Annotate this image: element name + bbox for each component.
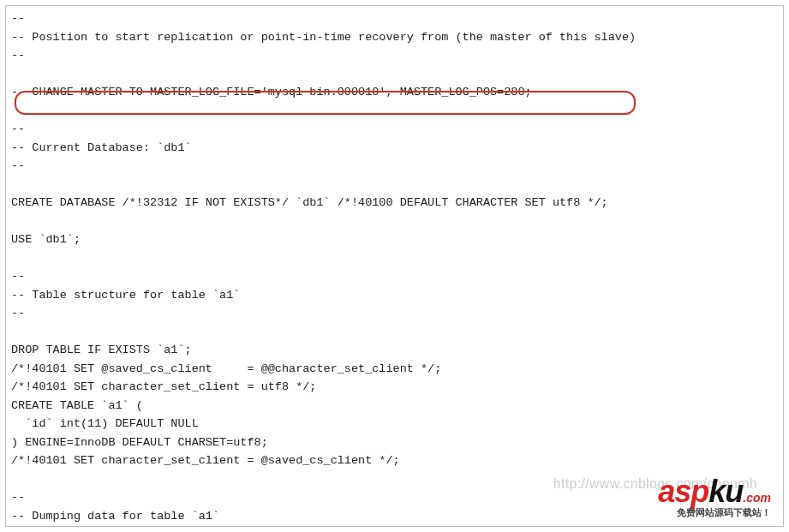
code-line: -- <box>11 491 25 504</box>
code-line: -- <box>11 49 25 62</box>
code-line: /*!40101 SET character_set_client = utf8… <box>11 380 316 393</box>
code-line: -- <box>11 307 25 320</box>
code-line: CREATE DATABASE /*!32312 IF NOT EXISTS*/… <box>11 196 608 209</box>
code-line: -- <box>11 159 25 172</box>
code-line: -- Position to start replication or poin… <box>11 31 636 44</box>
code-line: CREATE TABLE `a1` ( <box>11 399 143 412</box>
sql-dump-code: -- -- Position to start replication or p… <box>11 9 778 527</box>
code-line: -- <box>11 123 25 135</box>
code-line: /*!40101 SET @saved_cs_client = @@charac… <box>11 362 441 375</box>
code-line: /*!40101 SET character_set_client = @sav… <box>11 454 400 467</box>
code-line: -- <box>11 12 25 25</box>
code-line-highlighted: -- CHANGE MASTER TO MASTER_LOG_FILE='mys… <box>11 86 532 99</box>
code-line: `id` int(11) DEFAULT NULL <box>11 417 199 430</box>
code-line: -- Dumping data for table `a1` <box>11 510 219 523</box>
code-line: -- Table structure for table `a1` <box>11 289 240 302</box>
code-line: -- <box>11 270 25 283</box>
code-line: -- Current Database: `db1` <box>11 141 192 154</box>
code-frame: -- -- Position to start replication or p… <box>5 5 784 527</box>
code-line: ) ENGINE=InnoDB DEFAULT CHARSET=utf8; <box>11 436 268 449</box>
code-line: USE `db1`; <box>11 233 81 246</box>
code-line: DROP TABLE IF EXISTS `a1`; <box>11 344 192 356</box>
